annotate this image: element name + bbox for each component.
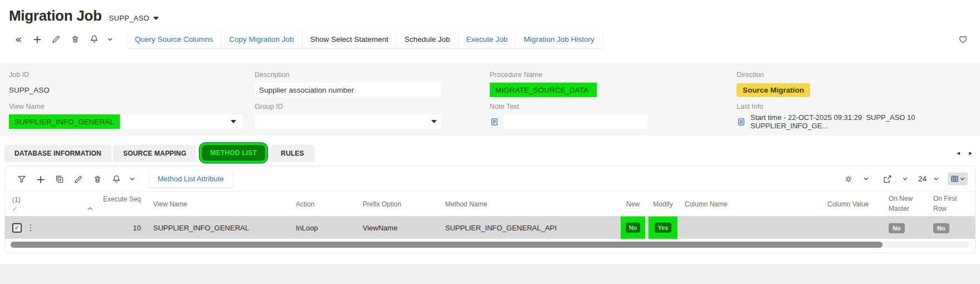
view-name-select[interactable]: SUPPLIER_INFO_GENERAL (9, 114, 243, 129)
selected-count-header[interactable]: (1) (12, 196, 21, 204)
favorite-heart-icon[interactable] (953, 31, 972, 47)
note-text-input[interactable] (504, 114, 647, 129)
chevron-down-icon[interactable] (123, 171, 142, 187)
last-info-value: Start time - 22-OCT-2025 09:31:29 SUPP_A… (750, 113, 971, 130)
column-header-on-new-master[interactable]: On New Master (889, 194, 933, 214)
info-document-icon[interactable] (737, 117, 746, 127)
note-text-label: Note Text (490, 103, 737, 110)
column-header-new[interactable]: New (619, 200, 647, 208)
grid-toolbar: + Method List Attribute (5, 166, 975, 191)
horizontal-scrollbar-track[interactable] (11, 242, 969, 248)
row-checkbox-checked[interactable]: ✓ (12, 223, 22, 233)
grid-toolbar-right: 24 (839, 171, 968, 187)
column-header-execute-seq[interactable]: Execute Seq (103, 195, 141, 203)
direction-label: Direction (737, 71, 971, 79)
chevron-down-icon[interactable] (231, 120, 236, 123)
execute-job-button[interactable]: Execute Job (459, 31, 516, 48)
grid-view-toggle[interactable] (948, 172, 968, 185)
chevron-down-icon[interactable] (857, 171, 876, 187)
method-list-grid: + Method List Attribute (4, 166, 976, 253)
chevron-down-icon (959, 176, 966, 182)
description-value: Supplier association number (259, 86, 354, 94)
chevron-down-icon[interactable] (896, 171, 915, 187)
field-group-id: Group ID (255, 103, 490, 129)
cell-view-name: SUPPLIER_INFO_GENERAL (147, 224, 296, 232)
view-name-label: View Name (9, 103, 255, 110)
column-header-on-first-row[interactable]: On First Row (933, 194, 968, 214)
settings-gear-icon[interactable] (839, 171, 858, 187)
field-direction: Direction Source Migration (737, 71, 971, 97)
grid-header-row: (1) ✓ Execute Seq View Name Action Prefi… (5, 191, 975, 216)
migration-job-history-button[interactable]: Migration Job History (516, 31, 602, 48)
modify-badge: Yes (655, 223, 672, 233)
on-first-row-badge: No (933, 223, 949, 233)
column-header-view-name[interactable]: View Name (147, 200, 296, 208)
entity-selector[interactable]: SUPP_ASO (109, 14, 159, 22)
horizontal-scrollbar-thumb[interactable] (11, 242, 883, 248)
field-view-name: View Name SUPPLIER_INFO_GENERAL (9, 103, 255, 129)
add-row-icon[interactable]: + (31, 171, 50, 187)
select-all-check-icon[interactable]: ✓ (12, 205, 17, 213)
tab-database-information[interactable]: DATABASE INFORMATION (4, 145, 111, 162)
chevron-down-icon[interactable] (431, 120, 437, 123)
field-note-text: Note Text (490, 103, 737, 129)
column-header-prefix-option[interactable]: Prefix Option (363, 200, 445, 208)
add-icon[interactable]: + (28, 31, 47, 47)
on-new-master-badge: No (889, 223, 905, 233)
tab-rules[interactable]: RULES (271, 145, 314, 162)
view-name-value: SUPPLIER_INFO_GENERAL (9, 114, 120, 129)
record-form: Job ID SUPP_ASO Description Supplier ass… (0, 63, 980, 136)
chevron-down-icon (153, 17, 159, 20)
procedure-name-label: Procedure Name (490, 71, 737, 79)
table-row[interactable]: ✓ ⋮ 10 SUPPLIER_INFO_GENERAL InLoop View… (5, 216, 975, 239)
command-bar: « + Query Source Columns Copy Migration … (9, 30, 972, 49)
chevron-down-icon[interactable] (100, 31, 119, 47)
entity-name: SUPP_ASO (109, 14, 149, 22)
tab-scroll-left-icon[interactable]: ◂ (957, 149, 960, 157)
page-header: Migration Job SUPP_ASO (0, 0, 980, 25)
job-id-value: SUPP_ASO (9, 83, 255, 97)
cell-execute-seq: 10 (38, 224, 147, 232)
column-header-method-name[interactable]: Method Name (445, 200, 619, 208)
method-list-attribute-button[interactable]: Method List Attribute (149, 170, 232, 187)
note-document-icon[interactable] (490, 117, 499, 127)
column-header-column-name[interactable]: Column Name (679, 200, 827, 208)
field-description: Description Supplier association number (255, 71, 490, 97)
export-share-icon[interactable] (878, 171, 897, 187)
edit-pencil-icon[interactable] (47, 31, 66, 47)
schedule-job-button[interactable]: Schedule Job (397, 31, 459, 48)
chevron-down-icon[interactable] (927, 171, 945, 187)
filter-funnel-icon[interactable] (12, 171, 31, 187)
procedure-name-value[interactable]: MIGRATE_SOURCE_DATA (490, 83, 597, 97)
delete-trash-icon[interactable] (88, 171, 107, 187)
cell-prefix-option: ViewName (363, 224, 445, 232)
description-input[interactable]: Supplier association number (255, 83, 441, 97)
row-kebab-menu-icon[interactable]: ⋮ (27, 223, 35, 233)
duplicate-icon[interactable] (50, 171, 69, 187)
group-id-select[interactable] (255, 114, 441, 129)
tab-bar: DATABASE INFORMATION SOURCE MAPPING METH… (4, 144, 972, 162)
query-source-columns-button[interactable]: Query Source Columns (127, 31, 221, 48)
column-header-action[interactable]: Action (296, 200, 363, 208)
cell-modify-highlight: Yes (649, 216, 677, 239)
new-badge: No (626, 223, 641, 233)
collapse-icon[interactable]: « (9, 31, 28, 47)
direction-badge: Source Migration (737, 83, 810, 97)
tab-method-list[interactable]: METHOD LIST (202, 145, 265, 161)
command-button-group: Query Source Columns Copy Migration Job … (127, 31, 602, 48)
edit-pencil-icon[interactable] (69, 171, 88, 187)
group-id-label: Group ID (255, 103, 490, 110)
sort-ascending-icon[interactable] (38, 205, 141, 213)
show-select-statement-button[interactable]: Show Select Statement (303, 31, 397, 48)
column-header-modify[interactable]: Modify (647, 200, 679, 208)
cell-new-highlight: No (621, 216, 645, 239)
tab-source-mapping[interactable]: SOURCE MAPPING (113, 145, 196, 162)
column-header-column-value[interactable]: Column Value (827, 200, 889, 208)
field-last-info: Last Info Start time - 22-OCT-2025 09:31… (737, 103, 971, 129)
delete-trash-icon[interactable] (66, 31, 85, 47)
page-title: Migration Job (9, 7, 102, 25)
copy-migration-job-button[interactable]: Copy Migration Job (221, 31, 302, 48)
description-label: Description (255, 71, 490, 79)
tab-scroll-right-icon[interactable]: ▸ (969, 149, 972, 157)
cell-method-name: SUPPLIER_INFO_GENERAL_API (445, 224, 619, 232)
